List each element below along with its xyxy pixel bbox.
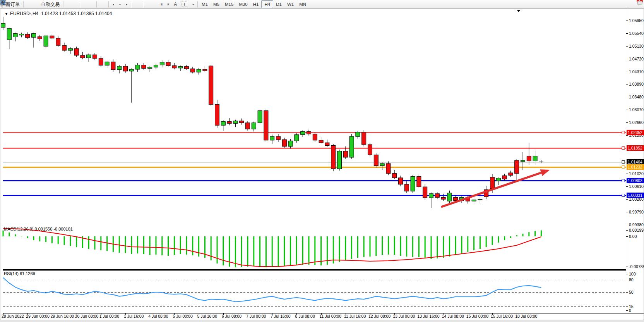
separator bbox=[143, 1, 143, 7]
macd-tick-label: 0.001998 bbox=[629, 228, 644, 232]
price-tick-label: 1.05130 bbox=[629, 44, 644, 48]
window-bottom-strip bbox=[0, 320, 644, 322]
dropdown-caret: ▾ bbox=[126, 3, 127, 6]
time-tick-label: 5 Jul 00:00 bbox=[173, 314, 193, 319]
time-tick-label: 1 Jul 00:00 bbox=[99, 314, 120, 319]
time-tick-label: 8 Jul 08:00 bbox=[295, 314, 315, 319]
text-tool-icon: A bbox=[174, 2, 177, 7]
hline-endpoint[interactable] bbox=[622, 179, 625, 182]
chart-dropdown-icon[interactable]: ▼ bbox=[5, 12, 8, 16]
price-tick-label: 1.01020 bbox=[629, 171, 644, 176]
time-tick-label: 14 Jul 08:00 bbox=[442, 314, 464, 319]
search-icon bbox=[0, 0, 6, 5]
cursor-tool-button[interactable] bbox=[132, 0, 137, 9]
separator bbox=[131, 1, 131, 7]
price-tick-label: 1.04720 bbox=[629, 57, 644, 61]
rsi-tick-label: 100 bbox=[629, 272, 636, 276]
line-chart-button[interactable] bbox=[74, 0, 79, 9]
hline-endpoint[interactable] bbox=[622, 166, 625, 169]
svg-text:1.00803: 1.00803 bbox=[628, 178, 642, 183]
tile-windows-button[interactable] bbox=[91, 0, 95, 9]
main-panel[interactable] bbox=[3, 9, 626, 225]
vline-tool-button[interactable] bbox=[144, 0, 149, 9]
rsi-indicator-label: RSI(14) 61.1269 bbox=[4, 271, 35, 276]
time-tick-label: 30 Jun 08:00 bbox=[75, 314, 99, 319]
time-tick-label: 12 Jul 08:00 bbox=[368, 314, 391, 319]
timeframe-bar: M1M5M15M30H1H4D1W1MN bbox=[199, 0, 309, 8]
svg-text:1.01232: 1.01232 bbox=[628, 165, 642, 169]
time-tick-label: 4 Jul 08:00 bbox=[148, 314, 168, 319]
new-order-button[interactable]: 新订单 bbox=[3, 0, 22, 9]
chart-canvas[interactable]: 1.059501.055401.051301.047201.043101.038… bbox=[0, 0, 644, 322]
time-tick-label: 18 Jul 08:00 bbox=[515, 314, 537, 319]
market-button[interactable] bbox=[25, 0, 29, 9]
hline-endpoint[interactable] bbox=[622, 147, 625, 150]
price-tick-label: 1.04310 bbox=[629, 69, 644, 74]
zoom-out-button[interactable] bbox=[86, 0, 91, 9]
time-tick-label: 6 Jul 08:00 bbox=[222, 314, 242, 319]
text-tool-button[interactable]: A bbox=[171, 0, 179, 9]
price-tick-label: 1.00610 bbox=[629, 184, 644, 189]
bar-chart-button[interactable] bbox=[65, 0, 69, 9]
label-tool-icon: T bbox=[182, 2, 187, 7]
hline-endpoint[interactable] bbox=[622, 161, 625, 164]
periods-button[interactable]: ▾ bbox=[116, 0, 123, 9]
timeframe-m15[interactable]: M15 bbox=[222, 1, 236, 8]
timeframe-d1[interactable]: D1 bbox=[273, 1, 284, 8]
templates-button[interactable]: ▾ bbox=[123, 0, 130, 9]
hline-tool-button[interactable] bbox=[149, 0, 154, 9]
indicators-button[interactable]: ▾ bbox=[110, 0, 116, 9]
price-tick-label: 1.03070 bbox=[629, 107, 644, 112]
search-button[interactable] bbox=[632, 0, 636, 9]
rsi-tick-label: 0 bbox=[629, 308, 631, 313]
time-tick-label: 13 Jul 16:00 bbox=[417, 314, 439, 319]
new-order-label: 新订单 bbox=[6, 1, 20, 8]
price-line-label-1.01404: 1.01404 bbox=[627, 159, 644, 165]
chat-bubble-icon bbox=[637, 0, 643, 6]
timeframe-h1[interactable]: H1 bbox=[250, 1, 262, 8]
time-tick-label: 15 Jul 16:00 bbox=[491, 314, 513, 319]
separator bbox=[96, 1, 97, 7]
price-tick-label: 1.03890 bbox=[629, 82, 644, 86]
time-tick-label: 7 Jul 00:00 bbox=[246, 314, 266, 319]
hline-endpoint[interactable] bbox=[622, 131, 625, 134]
price-tick-label: 0.99380 bbox=[629, 222, 644, 227]
auto-scroll-button[interactable] bbox=[98, 0, 103, 9]
separator bbox=[197, 1, 198, 7]
time-tick-label: 11 Jul 16:00 bbox=[344, 314, 366, 319]
community-button[interactable] bbox=[29, 0, 34, 9]
svg-text:1.01852: 1.01852 bbox=[628, 146, 642, 150]
toolbar: 新订单 自动交易 bbox=[0, 0, 644, 9]
notifications-button[interactable]: 1 bbox=[636, 0, 641, 9]
timeframe-w1[interactable]: W1 bbox=[284, 1, 296, 8]
time-tick-label: 29 Jun 16:00 bbox=[50, 314, 74, 319]
dropdown-caret: ▾ bbox=[192, 3, 194, 6]
auto-trading-button[interactable]: 自动交易 bbox=[39, 0, 62, 9]
timeframe-h4[interactable]: H4 bbox=[261, 0, 273, 8]
zoom-in-button[interactable] bbox=[81, 0, 86, 9]
arrows-tool-button[interactable]: ▾ bbox=[190, 0, 196, 9]
channel-tool-button[interactable]: E bbox=[158, 0, 165, 9]
candle-chart-button[interactable] bbox=[69, 0, 74, 9]
dropdown-caret: ▾ bbox=[119, 3, 121, 6]
price-tick-label: 1.03480 bbox=[629, 95, 644, 99]
chart-shift-button[interactable] bbox=[103, 0, 107, 9]
fibonacci-tool-button[interactable]: F bbox=[165, 0, 171, 9]
price-tick-label: 0.99790 bbox=[629, 210, 644, 214]
trendline-tool-button[interactable] bbox=[154, 0, 158, 9]
separator bbox=[108, 1, 109, 7]
macd-indicator-label: MACD(12,26,9) 0.001550 -0.000101 bbox=[4, 227, 73, 231]
price-tick-label: 1.02660 bbox=[629, 120, 644, 125]
timeframe-mn[interactable]: MN bbox=[296, 1, 309, 8]
label-tool-button[interactable]: T bbox=[179, 0, 190, 9]
timeframe-m5[interactable]: M5 bbox=[211, 1, 222, 8]
timeframe-m1[interactable]: M1 bbox=[199, 1, 211, 8]
crosshair-tool-button[interactable] bbox=[137, 0, 142, 9]
signals-button[interactable] bbox=[34, 0, 39, 9]
price-line-label-1.01232: 1.01232 bbox=[627, 164, 644, 170]
timeframe-m30[interactable]: M30 bbox=[236, 1, 250, 8]
macd-tick-label: -0.00785 bbox=[629, 264, 644, 269]
chart-title: ▼EURUSD-,H4 1.01423 1.01453 1.01385 1.01… bbox=[5, 11, 112, 16]
separator bbox=[23, 1, 24, 7]
hline-endpoint[interactable] bbox=[622, 194, 625, 197]
